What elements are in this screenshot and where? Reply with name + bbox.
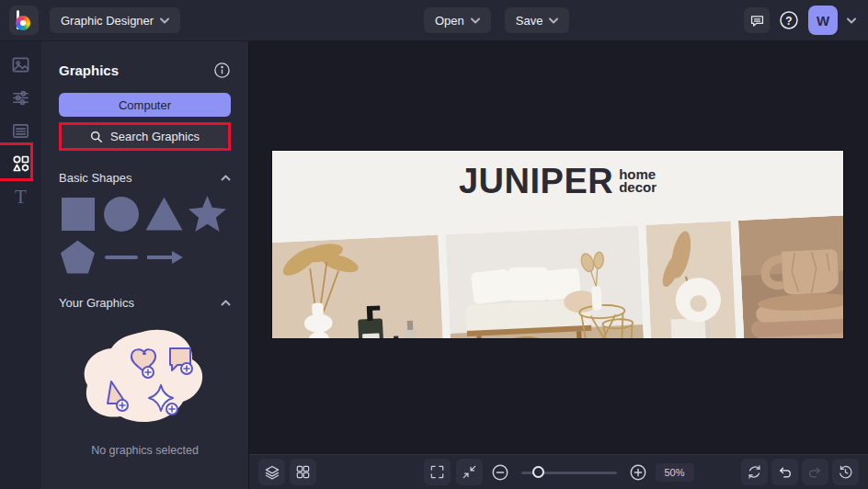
empty-graphics-illustration — [76, 324, 214, 433]
app-mode-menu[interactable]: Graphic Designer — [50, 7, 180, 33]
graphics-icon — [11, 154, 31, 174]
chevron-down-icon — [471, 17, 480, 24]
feedback-button[interactable] — [744, 7, 770, 33]
sync-button[interactable] — [741, 459, 768, 485]
avatar-initial: W — [817, 13, 829, 28]
design-banner[interactable]: JUNIPER home decor — [272, 151, 843, 338]
photo-vase-and-bottles — [272, 234, 445, 338]
expand-icon — [428, 464, 444, 480]
banner-photo-collage — [272, 215, 843, 338]
chevron-down-icon — [160, 17, 169, 24]
bottom-toolbar: 50% — [249, 454, 868, 489]
zoom-slider[interactable] — [520, 466, 616, 479]
app-mode-label: Graphic Designer — [61, 14, 154, 28]
topbar-right-actions: ? W — [744, 6, 859, 35]
grid-view-button[interactable] — [290, 459, 316, 485]
help-icon: ? — [779, 10, 799, 30]
shape-pentagon[interactable] — [59, 238, 97, 276]
chevron-down-icon — [847, 17, 856, 24]
shape-arrow[interactable] — [145, 238, 183, 276]
your-graphics-title: Your Graphics — [59, 296, 134, 310]
undo-icon — [777, 464, 793, 480]
image-icon — [11, 55, 30, 74]
arrow-shape — [146, 250, 183, 265]
graphics-panel: Graphics Computer Search Graphics — [41, 41, 248, 489]
account-avatar[interactable]: W — [808, 6, 838, 35]
rail-item-images[interactable] — [0, 48, 41, 81]
befunky-logo[interactable] — [9, 6, 39, 35]
app-window: Graphic Designer Open Save — [0, 0, 868, 489]
save-label: Save — [516, 14, 543, 28]
info-button[interactable] — [213, 62, 231, 79]
rail-item-text[interactable]: T — [0, 180, 41, 213]
banner-logo: JUNIPER home decor — [272, 164, 843, 199]
left-rail: T — [0, 41, 41, 489]
fullscreen-button[interactable] — [423, 459, 450, 485]
photo-donut-vase — [645, 221, 737, 338]
panel-title: Graphics — [59, 63, 119, 78]
info-icon — [213, 62, 231, 79]
redo-icon — [807, 464, 823, 480]
top-bar: Graphic Designer Open Save — [0, 0, 868, 41]
search-graphics-label: Search Graphics — [110, 130, 200, 143]
befunky-logo-icon — [16, 10, 32, 30]
shape-triangle[interactable] — [145, 195, 183, 233]
zoom-level-badge[interactable]: 50% — [655, 463, 693, 482]
chevron-up-icon — [221, 175, 231, 181]
templates-icon — [11, 121, 30, 141]
history-icon — [838, 464, 853, 480]
topbar-center-actions: Open Save — [424, 7, 569, 33]
fit-to-screen-button[interactable] — [455, 459, 482, 485]
shape-line[interactable] — [102, 238, 140, 276]
text-icon: T — [15, 188, 27, 207]
history-button[interactable] — [832, 459, 859, 485]
zoom-out-icon — [490, 463, 508, 482]
account-menu-chevron[interactable] — [844, 7, 859, 33]
zoom-in-button[interactable] — [625, 461, 649, 484]
adjust-icon — [11, 88, 30, 108]
zoom-out-button[interactable] — [487, 461, 511, 484]
shape-circle[interactable] — [102, 195, 140, 233]
basic-shapes-grid — [59, 195, 231, 276]
chevron-up-icon — [221, 300, 231, 306]
basic-shapes-title: Basic Shapes — [59, 171, 132, 185]
annotation-highlight-search: Search Graphics — [59, 122, 231, 151]
computer-button[interactable]: Computer — [59, 93, 231, 117]
rail-item-edit[interactable] — [0, 81, 41, 114]
sync-icon — [747, 464, 762, 480]
svg-text:?: ? — [785, 15, 792, 28]
shape-star[interactable] — [188, 195, 226, 233]
rail-item-templates[interactable] — [0, 114, 41, 147]
basic-shapes-collapse[interactable] — [221, 175, 231, 181]
your-graphics-collapse[interactable] — [221, 300, 231, 306]
collapse-icon — [461, 464, 476, 480]
chevron-down-icon — [549, 17, 558, 24]
zoom-slider-handle[interactable] — [531, 466, 543, 478]
undo-button[interactable] — [771, 459, 798, 485]
photo-sofa — [445, 225, 645, 338]
layers-icon — [264, 464, 280, 481]
zoom-in-icon — [628, 463, 646, 482]
canvas-area[interactable]: JUNIPER home decor — [249, 41, 868, 454]
empty-state-text: No graphics selected — [59, 444, 231, 457]
shape-square[interactable] — [59, 195, 97, 233]
save-button[interactable]: Save — [505, 7, 570, 33]
open-label: Open — [435, 14, 464, 28]
help-button[interactable]: ? — [776, 7, 802, 33]
search-icon — [90, 131, 103, 143]
grid-icon — [295, 464, 311, 480]
rail-item-graphics[interactable] — [0, 147, 41, 180]
feedback-icon — [749, 13, 765, 28]
photo-stacked-ceramics — [738, 215, 843, 338]
banner-tagline-line2: decor — [619, 181, 657, 194]
search-graphics-button[interactable]: Search Graphics — [62, 125, 228, 148]
banner-brand-text: JUNIPER — [459, 164, 613, 199]
redo-button[interactable] — [802, 459, 828, 485]
open-button[interactable]: Open — [424, 7, 491, 33]
layers-button[interactable] — [258, 459, 285, 485]
